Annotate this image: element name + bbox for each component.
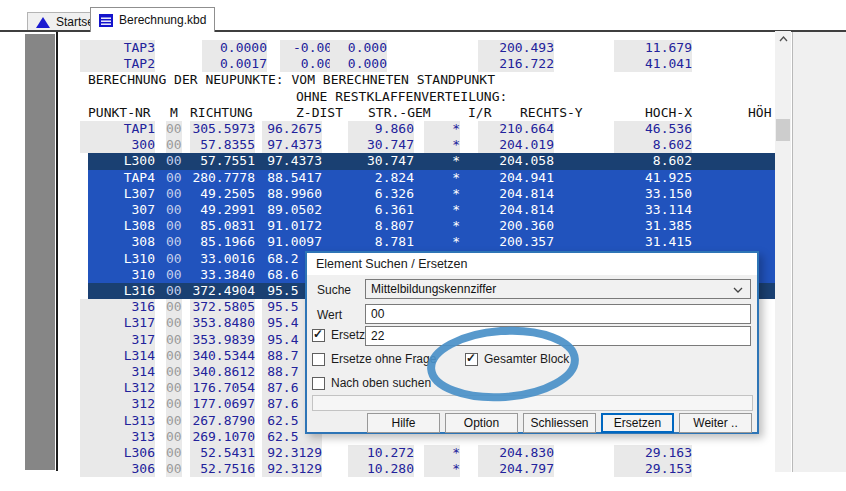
cell-punkt: TAP2 [80, 56, 155, 72]
cell-richtung: 33.3840 [190, 267, 255, 283]
cell-m: 00 [166, 445, 182, 461]
cell-strgem: 8.807 [348, 218, 414, 234]
cell-zdist: 89.0502 [262, 202, 322, 218]
tab-label: Berechnung.kbd [119, 13, 206, 27]
cell-hochx: 41.925 [614, 170, 692, 186]
cell-punkt: 306 [80, 461, 155, 477]
column-header: RICHTUNG [190, 105, 280, 121]
table-row[interactable]: 3000057.835597.437330.747*204.0198.602 [0, 137, 775, 153]
column-header: HÖH [748, 105, 775, 121]
cell-richtung: 269.1070 [190, 429, 255, 445]
cell-m: 00 [166, 121, 182, 137]
cell-richtung: 57.7551 [190, 153, 255, 169]
table-row[interactable]: L3080085.083191.01728.807*200.36031.385 [0, 218, 775, 234]
cell-m: 00 [166, 153, 182, 169]
table-row[interactable]: TAP20.00170.0000.000216.72241.041 [0, 56, 775, 72]
cell-punkt: L314 [80, 348, 155, 364]
ersetzen-button[interactable]: Ersetzen [601, 413, 674, 433]
table-row[interactable]: TAP30.0000-0.0000.000200.49311.679 [0, 40, 775, 56]
cell-m: 00 [166, 380, 182, 396]
cell-ir: * [424, 461, 460, 477]
cell-rechtsy: 204.797 [478, 461, 554, 477]
table-header-row[interactable]: PUNKT-NRMRICHTUNGZ-DISTSTR.-GEMI/RRECHTS… [0, 105, 775, 121]
cell-punkt: L312 [80, 380, 155, 396]
cell-rechtsy: 216.722 [478, 56, 554, 72]
weiter-button[interactable]: Weiter .. [679, 413, 752, 433]
hilfe-button[interactable]: Hilfe [367, 413, 440, 433]
cell-zdist: 88.9960 [262, 186, 322, 202]
cell-rechtsy: 204.814 [478, 202, 554, 218]
cell-zdist: 97.4373 [262, 137, 322, 153]
cell-m: 00 [166, 413, 182, 429]
cell-punkt: L316 [80, 283, 155, 299]
ersetze-ohne-frage-checkbox[interactable] [312, 353, 325, 366]
vertical-scrollbar[interactable] [775, 31, 791, 472]
cell-strgem: 10.272 [348, 445, 414, 461]
cell-ir: * [424, 153, 460, 169]
cell-m: 00 [166, 299, 182, 315]
cell-hochx: 29.153 [614, 461, 692, 477]
ersetze-checkbox[interactable] [312, 329, 325, 342]
dialog-titlebar[interactable]: Element Suchen / Ersetzen [307, 253, 757, 275]
suche-label: Suche [317, 283, 351, 297]
cell-ir: * [424, 137, 460, 153]
cell-richtung: 52.7516 [190, 461, 255, 477]
cell-hochx: 33.150 [614, 186, 692, 202]
wert-label: Wert [317, 308, 342, 322]
cell-v1: 0.0000 [202, 40, 267, 56]
cell-rechtsy: 210.664 [478, 121, 554, 137]
table-row[interactable]: TAP400280.777888.54172.824*204.94141.925 [0, 170, 775, 186]
ersetze-input[interactable]: 22 [365, 326, 751, 346]
cell-richtung: 176.7054 [190, 380, 255, 396]
cell-rechtsy: 204.814 [478, 186, 554, 202]
cell-punkt: 316 [80, 299, 155, 315]
nach-oben-checkbox[interactable] [312, 377, 325, 390]
cell-richtung: 305.5973 [190, 121, 255, 137]
ersetze-checkbox-row: Ersetze [312, 328, 372, 342]
wert-input[interactable]: 00 [365, 304, 751, 324]
cell-punkt: 314 [80, 364, 155, 380]
cell-strgem: 2.824 [348, 170, 414, 186]
cell-hochx: 41.041 [614, 56, 692, 72]
cell-m: 00 [166, 332, 182, 348]
report-text-line[interactable]: BERECHNUNG DER NEUPUNKTE: VOM BERECHNETE… [0, 72, 775, 88]
schliessen-button[interactable]: Schliessen [523, 413, 596, 433]
cell-rechtsy: 204.830 [478, 445, 554, 461]
cell-strgem: 9.860 [348, 121, 414, 137]
cell-hochx: 8.602 [614, 137, 692, 153]
gesamter-block-checkbox[interactable] [465, 353, 478, 366]
cell-punkt: 310 [80, 267, 155, 283]
gesamter-block-label: Gesamter Block [484, 352, 569, 366]
report-text-line[interactable]: OHNE RESTKLAFFENVERTEILUNG: [0, 89, 775, 105]
cell-zdist: 91.0097 [262, 234, 322, 250]
column-header: RECHTS-Y [520, 105, 610, 121]
scrollbar-thumb[interactable] [776, 119, 790, 141]
option-button[interactable]: Option [445, 413, 518, 433]
cell-v3: 0.000 [330, 56, 387, 72]
cell-ir: * [424, 234, 460, 250]
table-row[interactable]: L3070049.250588.99606.326*204.81433.150 [0, 186, 775, 202]
table-row[interactable]: 3070049.299189.05026.361*204.81433.114 [0, 202, 775, 218]
line-text: OHNE RESTKLAFFENVERTEILUNG: [296, 89, 775, 105]
table-row[interactable]: L3060052.543192.312910.272*204.83029.163 [0, 445, 775, 461]
suche-combobox[interactable]: Mittelbildungskennziffer [365, 279, 751, 299]
cell-strgem: 10.280 [348, 461, 414, 477]
table-row[interactable]: TAP100305.597396.26759.860*210.66446.536 [0, 121, 775, 137]
cell-punkt: TAP4 [80, 170, 155, 186]
tab-berechnung[interactable]: Berechnung.kbd [90, 7, 215, 32]
cell-m: 00 [166, 251, 182, 267]
cell-zdist: 92.3129 [262, 461, 322, 477]
table-row[interactable]: 3060052.751692.312910.280*204.79729.153 [0, 461, 775, 477]
table-row[interactable]: 3080085.196691.00978.781*200.35731.415 [0, 234, 775, 250]
suche-selected-value: Mittelbildungskennziffer [371, 282, 496, 296]
cell-richtung: 85.1966 [190, 234, 255, 250]
cell-zdist: 97.4373 [262, 153, 322, 169]
scroll-up-button[interactable] [775, 31, 791, 47]
cell-punkt: 313 [80, 429, 155, 445]
cell-richtung: 353.9839 [190, 332, 255, 348]
table-row[interactable]: L3000057.755197.437330.747*204.0588.602 [0, 153, 775, 169]
cell-rechtsy: 204.941 [478, 170, 554, 186]
cell-punkt: TAP1 [80, 121, 155, 137]
cell-punkt: L307 [80, 186, 155, 202]
cell-hochx: 29.163 [614, 445, 692, 461]
